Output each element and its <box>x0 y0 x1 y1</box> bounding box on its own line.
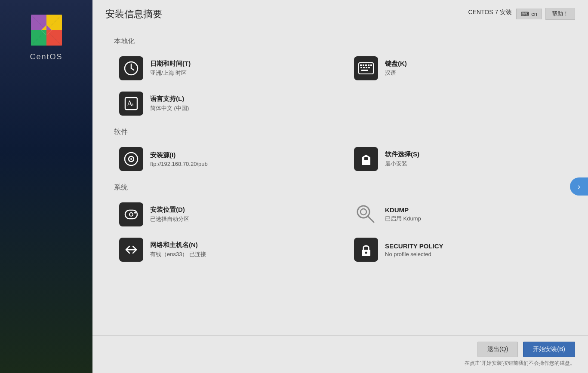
software-grid: 安装源(I) ftp://192.168.70.20/pub 软件选择(S) <box>114 143 566 175</box>
svg-line-16 <box>131 68 134 70</box>
network-icon <box>119 238 143 262</box>
main-area: 安装信息摘要 CENTOS 7 安装 ⌨ cn 帮助！ 本地化 <box>92 0 588 373</box>
install-source-subtitle: ftp://192.168.70.20/pub <box>150 161 208 167</box>
svg-rect-22 <box>370 64 372 66</box>
language-icon: A a <box>119 92 143 116</box>
keyboard-text: 键盘(K) 汉语 <box>385 60 407 77</box>
install-source-icon <box>119 147 143 171</box>
network-subtitle: 有线（ens33） 已连接 <box>150 251 206 258</box>
datetime-subtitle: 亚洲/上海 时区 <box>150 69 191 77</box>
sidebar: CentOS <box>0 0 92 373</box>
system-grid: 安装位置(D) 已选择自动分区 KDUMP 已启用 Kdump <box>114 198 566 266</box>
language-button[interactable]: ⌨ cn <box>516 9 542 19</box>
software-select-item[interactable]: 软件选择(S) 最小安装 <box>349 143 566 175</box>
scroll-indicator[interactable]: › <box>570 177 588 196</box>
datetime-text: 日期和时间(T) 亚洲/上海 时区 <box>150 60 191 77</box>
centos-logo <box>29 13 64 47</box>
software-select-title: 软件选择(S) <box>385 150 419 159</box>
keyboard-title: 键盘(K) <box>385 60 407 68</box>
svg-point-38 <box>129 213 133 216</box>
kdump-text: KDUMP 已启用 Kdump <box>385 206 421 223</box>
network-title: 网络和主机名(N) <box>150 241 206 249</box>
header: 安装信息摘要 CENTOS 7 安装 ⌨ cn 帮助！ <box>92 0 588 25</box>
language-item[interactable]: A a 语言支持(L) 简体中文 (中国) <box>114 87 332 120</box>
svg-rect-19 <box>363 64 364 66</box>
install-dest-title: 安装位置(D) <box>150 206 189 214</box>
svg-line-42 <box>368 216 374 222</box>
svg-point-39 <box>134 212 136 214</box>
security-subtitle: No profile selected <box>385 251 443 257</box>
section-localization-header: 本地化 <box>114 37 566 46</box>
svg-point-44 <box>365 252 367 254</box>
install-source-item[interactable]: 安装源(I) ftp://192.168.70.20/pub <box>114 143 332 175</box>
language-text: 语言支持(L) 简体中文 (中国) <box>150 95 189 112</box>
header-right: CENTOS 7 安装 ⌨ cn 帮助！ <box>468 8 575 20</box>
start-install-button[interactable]: 开始安装(B) <box>523 342 575 357</box>
kdump-icon <box>354 202 378 226</box>
software-select-subtitle: 最小安装 <box>385 160 419 168</box>
svg-rect-25 <box>366 67 367 68</box>
install-dest-icon <box>119 202 143 226</box>
footer-note: 在点击'开始安装'按钮前我们不会操作您的磁盘。 <box>465 360 575 367</box>
help-button[interactable]: 帮助！ <box>545 8 575 20</box>
page-title: 安装信息摘要 <box>105 8 162 21</box>
svg-point-41 <box>360 209 366 215</box>
footer: 退出(Q) 开始安装(B) 在点击'开始安装'按钮前我们不会操作您的磁盘。 <box>92 335 588 373</box>
install-dest-subtitle: 已选择自动分区 <box>150 215 189 223</box>
security-icon <box>354 238 378 262</box>
svg-rect-21 <box>368 64 369 66</box>
language-title: 语言支持(L) <box>150 95 189 103</box>
localization-grid: 日期和时间(T) 亚洲/上海 时区 <box>114 52 566 120</box>
datetime-icon <box>119 56 143 80</box>
security-title: SECURITY POLICY <box>385 242 443 250</box>
keyboard-item[interactable]: 键盘(K) 汉语 <box>349 52 566 85</box>
svg-rect-23 <box>360 67 362 68</box>
svg-point-33 <box>130 158 132 160</box>
install-source-title: 安装源(I) <box>150 151 208 159</box>
datetime-item[interactable]: 日期和时间(T) 亚洲/上海 时区 <box>114 52 332 85</box>
header-controls: ⌨ cn 帮助！ <box>516 8 575 20</box>
footer-buttons: 退出(Q) 开始安装(B) <box>477 342 575 357</box>
security-item[interactable]: SECURITY POLICY No profile selected <box>349 233 566 266</box>
network-text: 网络和主机名(N) 有线（ens33） 已连接 <box>150 241 206 258</box>
security-text: SECURITY POLICY No profile selected <box>385 242 443 257</box>
svg-rect-36 <box>364 157 368 160</box>
quit-button[interactable]: 退出(Q) <box>477 342 518 357</box>
section-system-header: 系统 <box>114 183 566 192</box>
software-select-icon <box>354 147 378 171</box>
svg-text:a: a <box>131 101 134 107</box>
os-title: CENTOS 7 安装 <box>468 9 512 16</box>
keyboard-subtitle: 汉语 <box>385 69 407 77</box>
svg-rect-26 <box>368 67 370 68</box>
install-dest-item[interactable]: 安装位置(D) 已选择自动分区 <box>114 198 332 231</box>
kdump-title: KDUMP <box>385 206 421 214</box>
kdump-item[interactable]: KDUMP 已启用 Kdump <box>349 198 566 231</box>
svg-rect-37 <box>125 210 137 219</box>
section-software-header: 软件 <box>114 128 566 137</box>
centos-label: CentOS <box>30 52 62 61</box>
scroll-arrow-icon: › <box>578 182 580 191</box>
svg-rect-27 <box>361 70 368 71</box>
network-item[interactable]: 网络和主机名(N) 有线（ens33） 已连接 <box>114 233 332 266</box>
install-source-text: 安装源(I) ftp://192.168.70.20/pub <box>150 151 208 167</box>
kdump-subtitle: 已启用 Kdump <box>385 215 421 223</box>
datetime-title: 日期和时间(T) <box>150 60 191 68</box>
svg-rect-20 <box>365 64 367 66</box>
keyboard-icon <box>354 56 378 80</box>
install-dest-text: 安装位置(D) 已选择自动分区 <box>150 206 189 223</box>
language-subtitle: 简体中文 (中国) <box>150 104 189 112</box>
svg-marker-35 <box>362 155 370 157</box>
svg-rect-18 <box>360 64 362 66</box>
software-select-text: 软件选择(S) 最小安装 <box>385 150 419 168</box>
keyboard-icon-small: ⌨ <box>521 11 529 17</box>
content-area: 本地化 日期和时间(T) 亚洲/上海 时区 <box>92 25 588 335</box>
svg-rect-24 <box>363 67 365 68</box>
lang-label: cn <box>531 11 537 17</box>
